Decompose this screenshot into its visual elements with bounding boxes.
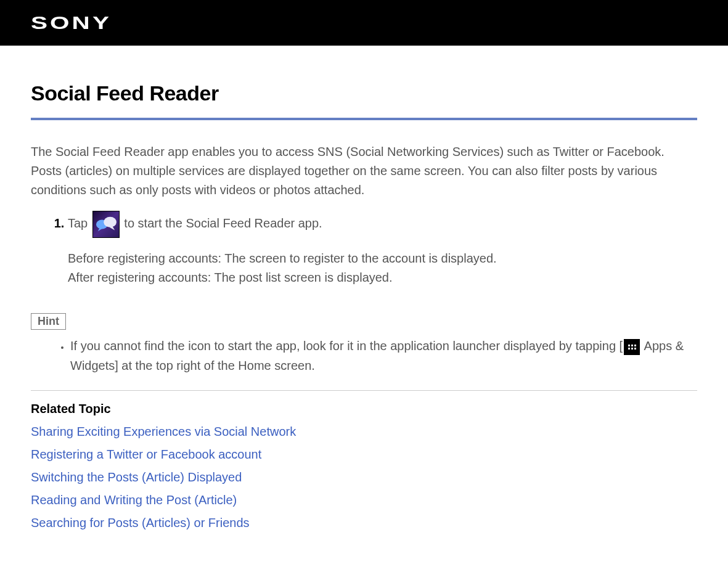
step-tap-prefix: Tap xyxy=(68,216,91,230)
related-link[interactable]: Reading and Writing the Post (Article) xyxy=(31,493,697,507)
main-content: Social Feed Reader The Social Feed Reade… xyxy=(0,46,728,555)
hint-label: Hint xyxy=(31,313,66,330)
related-link[interactable]: Switching the Posts (Article) Displayed xyxy=(31,470,697,484)
step-tap-suffix: to start the Social Feed Reader app. xyxy=(121,216,322,230)
social-feed-reader-app-icon xyxy=(92,211,120,238)
apps-launcher-icon xyxy=(624,339,640,355)
section-divider xyxy=(31,390,697,391)
step-after-text: After registering accounts: The post lis… xyxy=(68,268,697,287)
related-link[interactable]: Sharing Exciting Experiences via Social … xyxy=(31,425,697,439)
svg-point-1 xyxy=(104,217,117,227)
step-item: Tap to start the Social Feed Reader app.… xyxy=(68,211,697,287)
steps-list: Tap to start the Social Feed Reader app.… xyxy=(31,211,697,287)
brand-logo: SONY xyxy=(31,12,112,33)
header-bar: SONY xyxy=(0,0,728,46)
hint-list: If you cannot find the icon to start the… xyxy=(31,336,697,375)
step-before-text: Before registering accounts: The screen … xyxy=(68,249,697,268)
title-rule xyxy=(31,118,697,120)
hint-item: If you cannot find the icon to start the… xyxy=(70,336,697,375)
related-links: Sharing Exciting Experiences via Social … xyxy=(31,425,697,530)
related-link[interactable]: Searching for Posts (Articles) or Friend… xyxy=(31,516,697,530)
related-link[interactable]: Registering a Twitter or Facebook accoun… xyxy=(31,448,697,462)
hint-text-prefix: If you cannot find the icon to start the… xyxy=(70,339,623,353)
intro-paragraph: The Social Feed Reader app enables you t… xyxy=(31,142,697,200)
page-title: Social Feed Reader xyxy=(31,81,697,105)
related-heading: Related Topic xyxy=(31,402,697,416)
